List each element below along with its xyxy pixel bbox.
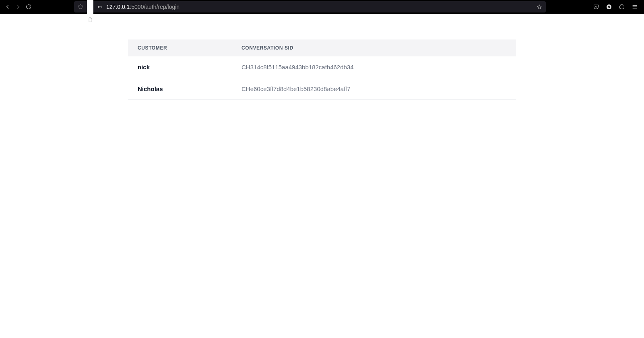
page-content: CUSTOMER CONVERSATION SID nick CH314c8f5… <box>0 14 644 100</box>
sid-cell: CH314c8f5115aa4943bb182cafb462db34 <box>232 56 516 78</box>
svg-text:N: N <box>608 5 610 9</box>
bookmark-star-icon[interactable] <box>536 4 543 10</box>
forward-icon[interactable] <box>14 3 22 10</box>
table-header-row: CUSTOMER CONVERSATION SID <box>128 39 516 56</box>
pocket-icon[interactable] <box>592 3 600 10</box>
svg-rect-2 <box>101 6 101 8</box>
toolbar-right-icons: N <box>592 3 638 10</box>
header-customer: CUSTOMER <box>128 39 232 56</box>
url-host: 127.0.0.1 <box>106 4 130 10</box>
sid-cell: CHe60ce3ff7d8d4be1b58230d8abe4aff7 <box>232 78 516 100</box>
customer-cell: Nicholas <box>128 78 232 100</box>
table-row[interactable]: Nicholas CHe60ce3ff7d8d4be1b58230d8abe4a… <box>128 78 516 100</box>
svg-point-0 <box>98 6 100 8</box>
menu-icon[interactable] <box>631 3 638 10</box>
nav-buttons <box>4 3 32 10</box>
address-bar[interactable]: 127.0.0.1:5000/auth/rep/login <box>74 1 546 12</box>
svg-rect-3 <box>102 6 102 7</box>
reload-icon[interactable] <box>25 3 32 10</box>
extensions-icon[interactable] <box>618 3 625 10</box>
account-icon[interactable]: N <box>605 3 613 10</box>
back-icon[interactable] <box>4 3 11 10</box>
table-row[interactable]: nick CH314c8f5115aa4943bb182cafb462db34 <box>128 56 516 78</box>
header-sid: CONVERSATION SID <box>232 39 516 56</box>
url-text: 127.0.0.1:5000/auth/rep/login <box>106 4 533 10</box>
page-info-icon[interactable] <box>87 0 93 20</box>
customer-cell: nick <box>128 56 232 78</box>
conversations-table: CUSTOMER CONVERSATION SID nick CH314c8f5… <box>128 39 516 100</box>
content-container: CUSTOMER CONVERSATION SID nick CH314c8f5… <box>128 39 516 100</box>
browser-toolbar: 127.0.0.1:5000/auth/rep/login N <box>0 0 644 14</box>
url-path: :5000/auth/rep/login <box>130 4 180 10</box>
shield-icon[interactable] <box>77 4 84 10</box>
password-key-icon[interactable] <box>97 4 103 10</box>
